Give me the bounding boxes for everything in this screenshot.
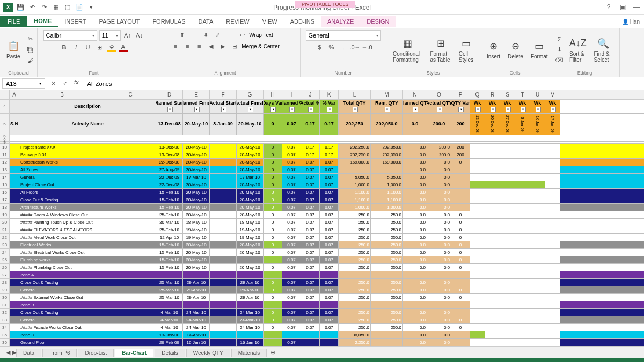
fx-icon[interactable]: fx <box>72 79 81 88</box>
qat-dropdown-icon[interactable]: ▾ <box>87 3 96 12</box>
bold-button[interactable]: B <box>60 42 69 52</box>
decrease-decimal-icon[interactable]: ←.0 <box>362 42 372 52</box>
col-header[interactable]: H <box>264 90 282 99</box>
table-row[interactable]: ##### Painting Touch Up & Close Out30-Ma… <box>10 219 644 226</box>
redo-icon[interactable]: ↷ <box>40 3 48 12</box>
minimize-icon[interactable]: — <box>632 3 641 12</box>
filter-icon[interactable]: ▾ <box>437 107 442 112</box>
col-header[interactable]: D <box>156 90 183 99</box>
delete-cells-button[interactable]: ⊖Delete <box>506 39 525 61</box>
table-row[interactable]: Construction Works22-Dec-0820-May-1020-M… <box>10 159 644 166</box>
filter-icon[interactable]: ▾ <box>221 107 226 112</box>
qat-icon[interactable]: ▦ <box>52 3 60 12</box>
merge-center-button[interactable]: Merge & Center <box>241 43 280 49</box>
table-row[interactable]: ##### ELEVATORS & ESCALATORS25-Feb-1019-… <box>10 226 644 234</box>
find-select-button[interactable]: 🔍Find & Select <box>592 36 616 64</box>
sort-filter-button[interactable]: A↓ZSort & Filter <box>567 36 589 64</box>
autosum-icon[interactable]: Σ <box>554 34 564 44</box>
align-bottom-icon[interactable]: ⬇ <box>201 30 210 40</box>
name-box[interactable]: A13▾ <box>2 78 45 89</box>
border-icon[interactable]: ⊞ <box>95 42 105 52</box>
new-sheet-icon[interactable]: ⊕ <box>268 348 277 358</box>
col-header[interactable]: B <box>19 90 105 99</box>
table-row[interactable]: All Zones27-Aug-0920-May-1020-May-1000.0… <box>10 166 644 174</box>
font-color-icon[interactable]: A <box>119 42 128 52</box>
col-header[interactable]: J <box>301 90 320 99</box>
table-row[interactable]: All Floors15-Feb-1020-May-1020-May-1000.… <box>10 189 644 196</box>
cancel-icon[interactable]: ✕ <box>48 79 58 88</box>
tab-addins[interactable]: ADD-INS <box>284 16 321 27</box>
col-header[interactable]: M <box>371 90 403 99</box>
filter-icon[interactable]: ▾ <box>308 107 313 112</box>
table-row[interactable]: Electrical Works15-Feb-1020-May-1020-May… <box>10 241 644 249</box>
increase-font-icon[interactable]: A↑ <box>123 31 133 40</box>
qat-icon[interactable]: ⬚ <box>63 3 72 12</box>
tab-page-layout[interactable]: PAGE LAYOUT <box>92 16 146 27</box>
filter-icon[interactable]: ▾ <box>327 107 332 112</box>
filter-icon[interactable]: ▾ <box>289 107 295 112</box>
tab-view[interactable]: VIEW <box>256 16 284 27</box>
col-header[interactable]: O <box>427 90 451 99</box>
table-row[interactable]: Ground Floor29-Feb-0916-Jan-1016-Jan-100… <box>10 339 644 346</box>
worksheet[interactable]: A B C D E F G H I J K L M N O P Q R S T … <box>0 90 644 346</box>
wrap-text-icon[interactable]: ↩ <box>237 30 247 40</box>
filter-icon[interactable]: ▾ <box>167 107 173 112</box>
col-header[interactable]: S <box>500 90 515 99</box>
table-row[interactable]: ##### Plumbing Close Out15-Feb-1020-May-… <box>10 264 644 271</box>
indent-decrease-icon[interactable]: ◀ <box>206 41 216 51</box>
col-header[interactable]: U <box>530 90 545 99</box>
decrease-font-icon[interactable]: A↓ <box>135 31 144 40</box>
cut-icon[interactable]: ✂ <box>26 34 35 44</box>
table-row[interactable]: Zone B <box>10 301 644 309</box>
align-center-icon[interactable]: ≡ <box>182 41 192 51</box>
copy-icon[interactable]: ⿻ <box>26 45 35 55</box>
table-row[interactable]: Architecture Works15-Feb-1020-May-1020-M… <box>10 204 644 211</box>
sheet-tab[interactable]: Data <box>16 349 41 357</box>
underline-button[interactable]: U <box>83 42 93 52</box>
help-icon[interactable]: ? <box>604 3 613 12</box>
percent-icon[interactable]: % <box>327 42 336 52</box>
conditional-formatting-button[interactable]: ▦Conditional Formatting <box>391 36 425 64</box>
format-as-table-button[interactable]: ⊞Format as Table <box>428 36 453 64</box>
font-size-combo[interactable]: 11▾ <box>99 30 121 41</box>
table-row[interactable]: Package 5.0113-Dec-0820-May-1020-May-100… <box>10 151 644 159</box>
table-row[interactable]: Close Out & Testing15-Feb-1020-May-1020-… <box>10 196 644 204</box>
qat-icon[interactable]: 📄 <box>75 3 84 12</box>
table-row[interactable]: Plumbing works15-Feb-1020-May-100.070.07… <box>10 256 644 264</box>
insert-cells-button[interactable]: ⊕Insert <box>485 39 502 61</box>
col-header[interactable]: Q <box>470 90 485 99</box>
table-row[interactable]: ##### Metal Work Close Out12-Apr-1019-Ma… <box>10 234 644 241</box>
col-header[interactable]: T <box>515 90 530 99</box>
tab-data[interactable]: DATA <box>192 16 220 27</box>
align-left-icon[interactable]: ≡ <box>171 41 180 51</box>
table-row[interactable]: ##### External Works Close Out25-Mar-102… <box>10 294 644 301</box>
tab-analyze[interactable]: ANALYZE <box>321 16 360 27</box>
table-row[interactable]: General22-Dec-0817-Mar-1017-Mar-1000.070… <box>10 174 644 181</box>
sheet-tab[interactable]: Materials <box>231 349 267 357</box>
table-row[interactable]: ##### Facade Works Close Out4-Mar-1024-M… <box>10 324 644 331</box>
col-header[interactable]: G <box>237 90 264 99</box>
filter-icon[interactable]: ▾ <box>385 107 390 112</box>
col-header[interactable]: K <box>320 90 339 99</box>
table-row[interactable]: General4-Mar-1024-Mar-1024-Mar-1000.070.… <box>10 316 644 324</box>
tab-review[interactable]: REVIEW <box>219 16 255 27</box>
sheet-tab[interactable]: Details <box>155 349 185 357</box>
col-header[interactable]: I <box>282 90 301 99</box>
tab-design[interactable]: DESIGN <box>360 16 396 27</box>
table-row[interactable]: Zone A <box>10 271 644 279</box>
col-header[interactable]: E <box>183 90 210 99</box>
table-row[interactable]: Zone 313-Dec-0814-Apr-1038,050.00.00.0 <box>10 331 644 339</box>
filter-icon[interactable]: ▾ <box>270 107 276 112</box>
col-header[interactable]: V <box>545 90 560 99</box>
font-name-combo[interactable]: Calibri▾ <box>43 30 97 41</box>
paste-button[interactable]: 📋 Paste <box>4 39 23 61</box>
align-right-icon[interactable]: ≡ <box>194 41 204 51</box>
tab-nav-next-icon[interactable]: ▶ <box>10 348 19 358</box>
currency-icon[interactable]: $ <box>315 42 325 52</box>
table-row[interactable]: ##### Electrical Works Close Out15-Feb-1… <box>10 249 644 256</box>
cell-styles-button[interactable]: ▭Cell Styles <box>457 36 475 64</box>
enter-icon[interactable]: ✓ <box>60 79 70 88</box>
number-format-combo[interactable]: General▾ <box>306 30 381 41</box>
orientation-icon[interactable]: ⤢ <box>213 30 222 40</box>
col-header[interactable]: C <box>105 90 156 99</box>
